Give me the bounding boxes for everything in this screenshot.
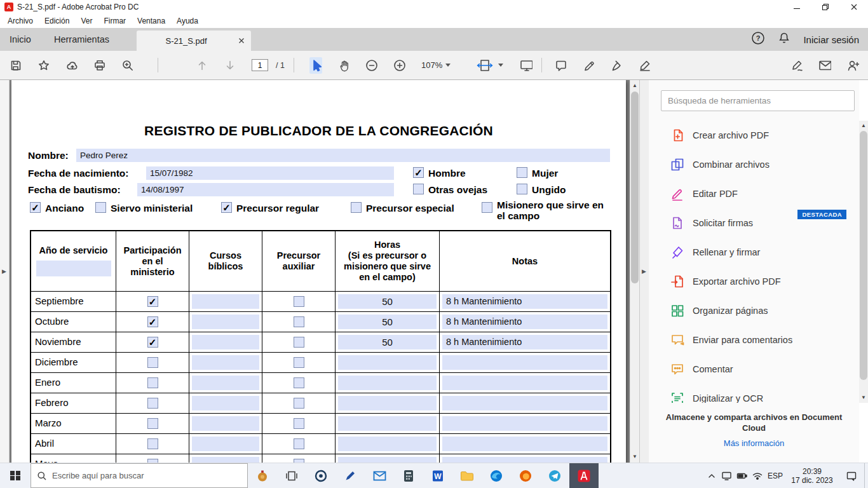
print-icon[interactable] [93, 57, 106, 74]
bautismo-field[interactable]: 14/08/1997 [137, 183, 394, 196]
comment-tool-icon[interactable] [555, 57, 567, 74]
taskbar-app-word[interactable]: W [423, 463, 452, 488]
misionero-checkbox[interactable] [482, 202, 492, 213]
fit-options-caret[interactable] [498, 64, 503, 67]
precursor-regular-checkbox[interactable]: ✓ [221, 202, 232, 213]
expand-nav-pane-icon[interactable]: ▶ [2, 268, 6, 274]
tool-enviar-comentarios[interactable]: Enviar para comentarios [649, 325, 859, 355]
menu-edicion[interactable]: Edición [39, 14, 75, 28]
tray-battery-icon[interactable] [735, 463, 750, 488]
horas-field[interactable] [338, 457, 437, 463]
email-icon[interactable] [818, 57, 831, 74]
taskbar-app-ornament[interactable] [248, 463, 277, 488]
anciano-checkbox[interactable]: ✓ [30, 202, 41, 213]
zoom-out-icon[interactable] [365, 57, 378, 74]
hand-tool-icon[interactable] [337, 57, 350, 74]
document-scrollbar[interactable]: ▲ ▼ [630, 80, 639, 463]
horas-field[interactable] [338, 416, 437, 431]
tool-exportar-pdf[interactable]: Exportar archivo PDF [649, 267, 859, 296]
taskbar-app-telegram[interactable] [540, 463, 569, 488]
cursos-field[interactable] [192, 416, 259, 431]
precursor-especial-checkbox[interactable] [351, 202, 362, 213]
precursor-aux-checkbox[interactable] [294, 296, 304, 307]
ano-servicio-field[interactable] [36, 261, 111, 276]
add-account-icon[interactable] [846, 57, 859, 74]
tool-crear-pdf[interactable]: Crear archivo PDF [649, 121, 859, 150]
sign-in-button[interactable]: Iniciar sesión [803, 34, 859, 45]
ungido-checkbox[interactable] [517, 184, 527, 194]
participacion-checkbox[interactable] [147, 377, 158, 388]
notas-field[interactable] [442, 376, 607, 390]
siervo-checkbox[interactable] [95, 202, 106, 213]
help-icon[interactable]: ? [751, 31, 765, 48]
mujer-checkbox[interactable] [517, 167, 527, 178]
zoom-level-dropdown[interactable]: 107% [421, 60, 451, 70]
action-center-icon[interactable] [839, 463, 864, 488]
favorite-star-icon[interactable] [37, 57, 50, 74]
tools-search-input[interactable] [661, 90, 855, 111]
taskbar-app-firefox[interactable] [511, 463, 540, 488]
minimize-button[interactable] [782, 0, 811, 14]
tool-combinar[interactable]: Combinar archivos [649, 150, 859, 179]
tab-herramientas[interactable]: Herramientas [54, 28, 109, 51]
horas-field[interactable]: 50 [338, 315, 437, 329]
tool-editar-pdf[interactable]: Editar PDF [649, 179, 859, 208]
tool-comentar[interactable]: Comentar [649, 355, 859, 384]
participacion-checkbox[interactable] [147, 398, 158, 409]
cursos-field[interactable] [192, 315, 259, 329]
keyboard-language[interactable]: ESP [765, 463, 785, 488]
horas-field[interactable] [338, 355, 437, 370]
otras-ovejas-checkbox[interactable] [413, 184, 424, 194]
taskbar-app-mail[interactable] [365, 463, 394, 488]
precursor-aux-checkbox[interactable] [294, 398, 304, 409]
tray-overflow-chevron-icon[interactable] [704, 463, 719, 488]
notas-field[interactable] [442, 396, 607, 410]
precursor-aux-checkbox[interactable] [294, 337, 304, 348]
menu-archivo[interactable]: Archivo [2, 14, 39, 28]
cursos-field[interactable] [192, 437, 259, 451]
precursor-aux-checkbox[interactable] [294, 438, 304, 449]
sign-pen-icon[interactable] [611, 57, 623, 74]
notas-field[interactable]: 8 h Mantenimiento [442, 315, 607, 329]
notas-field[interactable] [442, 416, 607, 431]
precursor-aux-checkbox[interactable] [294, 418, 304, 429]
scroll-up-icon[interactable]: ▲ [630, 81, 639, 90]
taskbar-clock[interactable]: 20:39 17 dic. 2023 [785, 463, 839, 488]
tray-network-icon[interactable] [750, 463, 765, 488]
participacion-checkbox[interactable]: ✓ [147, 337, 158, 348]
nacimiento-field[interactable]: 15/07/1982 [146, 166, 394, 180]
restore-button[interactable] [811, 0, 839, 14]
taskbar-app-pen[interactable] [336, 463, 365, 488]
taskbar-task-view[interactable] [277, 463, 306, 488]
notas-field[interactable]: 8 h Mantenimiento [442, 294, 607, 309]
next-page-icon[interactable] [224, 57, 236, 74]
tab-document[interactable]: S-21_S.pdf [137, 30, 251, 51]
previous-page-icon[interactable] [196, 57, 208, 74]
precursor-aux-checkbox[interactable] [294, 316, 304, 327]
participacion-checkbox[interactable]: ✓ [147, 316, 158, 327]
notifications-bell-icon[interactable] [778, 31, 790, 48]
cursos-field[interactable] [192, 335, 259, 349]
start-button[interactable] [0, 463, 31, 488]
marquee-zoom-icon[interactable] [121, 57, 134, 74]
taskbar-file-explorer[interactable] [452, 463, 482, 488]
scrollbar-thumb[interactable] [631, 92, 639, 283]
select-tool-icon[interactable] [309, 57, 322, 74]
show-desktop-button[interactable] [864, 463, 868, 488]
more-info-link[interactable]: Más información [655, 438, 853, 448]
highlight-tool-icon[interactable] [583, 57, 595, 74]
zoom-in-icon[interactable] [393, 57, 406, 74]
hombre-checkbox[interactable]: ✓ [413, 167, 424, 178]
upload-cloud-icon[interactable] [65, 57, 78, 74]
tools-scroll-down-icon[interactable]: ▼ [859, 393, 868, 402]
tools-scrollbar-thumb[interactable] [860, 131, 867, 380]
scroll-down-icon[interactable]: ▼ [630, 452, 639, 461]
tool-digitalizar-ocr[interactable]: Digitalizar y OCR [649, 384, 859, 403]
horas-field[interactable] [338, 396, 437, 410]
page-number-input[interactable]: 1 [252, 59, 268, 71]
draw-tool-icon[interactable] [639, 57, 651, 74]
taskbar-app-target[interactable] [306, 463, 336, 488]
notas-field[interactable]: 8 h Mantenimiento [442, 335, 607, 349]
menu-ayuda[interactable]: Ayuda [171, 14, 204, 28]
cursos-field[interactable] [192, 457, 259, 463]
